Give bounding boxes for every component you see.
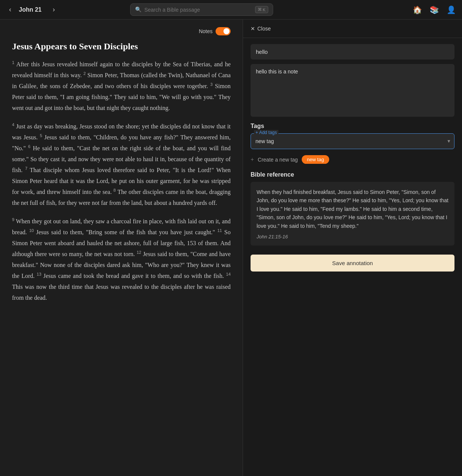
chapter-title: Jesus Appears to Seven Disciples	[12, 41, 231, 52]
verse-num-14: 14	[226, 272, 231, 276]
verse-num-7: 7	[25, 166, 27, 171]
verse-num-12: 12	[137, 250, 141, 255]
note-body-input[interactable]: hello this is a note	[251, 64, 454, 117]
header-icons: 🏠 📚 👤	[413, 5, 456, 14]
chapter-header: John 21	[19, 6, 45, 13]
verse-num-8: 8	[114, 188, 116, 192]
bible-ref-label: Bible reference	[251, 171, 454, 178]
close-label: Close	[257, 26, 271, 32]
books-button[interactable]: 📚	[430, 5, 439, 14]
notes-toggle[interactable]	[216, 27, 231, 35]
verse-paragraph-1: 1 After this Jesus revealed himself agai…	[12, 59, 231, 114]
bible-ref-citation: John 21:15-16	[257, 234, 448, 240]
save-button[interactable]: Save annotation	[251, 255, 454, 272]
note-section: hello this is a note	[243, 38, 462, 123]
tags-section: Tags + Add tags ▼ + Create a new tag new…	[243, 123, 462, 171]
tags-label: Tags	[251, 123, 454, 130]
prev-button[interactable]: ‹	[6, 4, 14, 15]
verse-paragraph-3: 9 When they got out on land, they saw a …	[12, 216, 231, 304]
main-layout: Notes Jesus Appears to Seven Disciples 1…	[0, 20, 462, 476]
verse-num-13: 13	[37, 272, 41, 276]
search-bar: 🔍 ⌘ K	[130, 3, 273, 16]
bible-ref-box: When they had finished breakfast, Jesus …	[251, 182, 454, 246]
bible-ref-text: When they had finished breakfast, Jesus …	[257, 188, 448, 230]
verse-num-10: 10	[29, 228, 34, 233]
close-x-icon: ✕	[251, 26, 255, 32]
tag-input[interactable]	[254, 135, 444, 147]
bible-text: 1 After this Jesus revealed himself agai…	[12, 59, 231, 304]
create-tag-text: Create a new tag	[258, 157, 298, 163]
search-shortcut: ⌘ K	[255, 6, 268, 13]
close-bar: ✕ Close	[243, 20, 462, 38]
verse-num-5: 5	[40, 133, 42, 138]
verse-num-3: 3	[210, 82, 213, 87]
verse-num-11: 11	[217, 228, 222, 233]
next-button[interactable]: ›	[50, 4, 58, 15]
tag-input-wrapper: + Add tags ▼	[251, 133, 454, 149]
bible-ref-section: Bible reference When they had finished b…	[243, 171, 462, 250]
note-title-input[interactable]	[251, 44, 454, 60]
user-button[interactable]: 👤	[447, 5, 456, 14]
save-btn-wrapper: Save annotation	[243, 250, 462, 279]
search-input[interactable]	[144, 7, 252, 13]
verse-num-4: 4	[12, 122, 14, 127]
plus-icon: +	[251, 156, 254, 163]
verse-num-1: 1	[12, 60, 14, 65]
add-tag-label: + Add tags	[254, 130, 278, 135]
close-button[interactable]: ✕ Close	[251, 26, 271, 32]
create-tag-row[interactable]: + Create a new tag new tag	[251, 152, 454, 167]
verse-paragraph-2: 4 Just as day was breaking, Jesus stood …	[12, 121, 231, 209]
verse-num-2: 2	[84, 71, 86, 76]
bible-panel: Notes Jesus Appears to Seven Disciples 1…	[0, 20, 243, 476]
home-button[interactable]: 🏠	[413, 5, 422, 14]
verse-num-9: 9	[12, 217, 14, 222]
dropdown-arrow-icon: ▼	[447, 139, 451, 144]
search-icon: 🔍	[135, 6, 141, 13]
right-panel: ✕ Close hello this is a note Tags + Add …	[243, 20, 462, 476]
verse-num-6: 6	[28, 144, 30, 149]
notes-toggle-bar: Notes	[12, 27, 231, 35]
notes-label: Notes	[199, 28, 213, 34]
tag-pill: new tag	[302, 155, 330, 164]
header: ‹ John 21 › 🔍 ⌘ K 🏠 📚 👤	[0, 0, 462, 20]
